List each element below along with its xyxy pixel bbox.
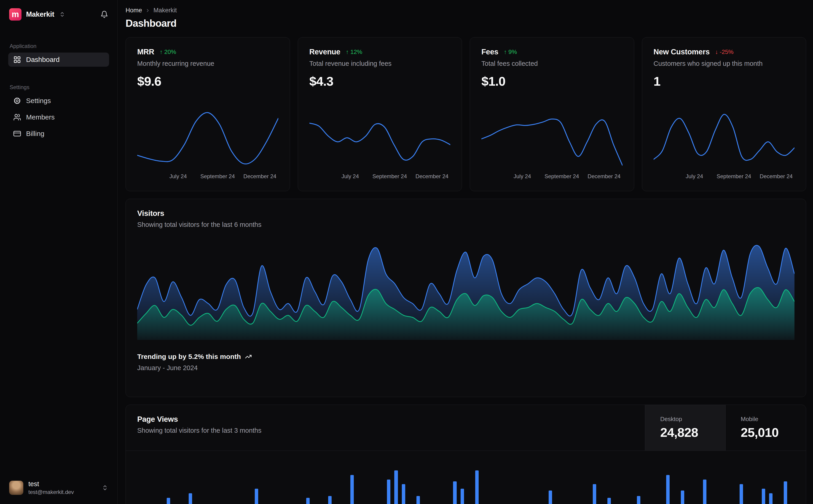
breadcrumb-home[interactable]: Home bbox=[125, 7, 142, 14]
breadcrumb-current: Makerkit bbox=[153, 7, 177, 14]
mrr-sparkline-chart bbox=[137, 108, 278, 170]
x-tick-label: July 24 bbox=[686, 173, 703, 180]
trend-up-icon: ↑ bbox=[346, 48, 349, 56]
user-avatar bbox=[9, 481, 23, 495]
page-views-title: Page Views bbox=[137, 415, 634, 424]
stat-cards-row: MRR ↑ 20% Monthly recurring revenue $9.6… bbox=[125, 37, 806, 191]
x-tick-label: December 24 bbox=[416, 173, 448, 180]
toggle-mobile[interactable]: Mobile 25,010 bbox=[725, 405, 806, 451]
stat-value: $9.6 bbox=[137, 74, 278, 89]
stat-title: MRR bbox=[137, 48, 154, 56]
sidebar-item-members[interactable]: Members bbox=[8, 110, 109, 124]
stat-card-new-customers: New Customers ↓ -25% Customers who signe… bbox=[642, 37, 806, 191]
bar bbox=[189, 493, 192, 504]
fees-sparkline-chart bbox=[481, 108, 623, 170]
x-tick-label: July 24 bbox=[341, 173, 359, 180]
user-menu[interactable]: test test@makerkit.dev bbox=[8, 478, 109, 497]
chevron-right-icon bbox=[145, 8, 150, 13]
toggle-desktop[interactable]: Desktop 24,828 bbox=[645, 405, 725, 451]
visitors-area-chart bbox=[137, 239, 794, 340]
page-views-card: Page Views Showing total visitors for th… bbox=[125, 405, 806, 504]
bar bbox=[784, 481, 787, 504]
sidebar: m Makerkit Application Dashboard Setting… bbox=[0, 0, 117, 504]
bar bbox=[549, 491, 552, 504]
x-tick-label: December 24 bbox=[587, 173, 621, 180]
stat-delta: 9% bbox=[508, 48, 517, 56]
sidebar-item-label: Members bbox=[26, 113, 55, 121]
stat-trend-badge: ↑ 12% bbox=[346, 48, 362, 56]
breadcrumb: Home Makerkit bbox=[125, 7, 806, 14]
bar bbox=[593, 484, 596, 504]
sparkline-x-labels: July 24 September 24 December 24 bbox=[309, 173, 450, 181]
credit-card-icon bbox=[13, 130, 21, 138]
stat-subtitle: Monthly recurring revenue bbox=[137, 60, 278, 67]
bar bbox=[666, 475, 670, 504]
page-title: Dashboard bbox=[125, 18, 806, 29]
stat-delta: -25% bbox=[720, 48, 734, 56]
x-tick-label: December 24 bbox=[760, 173, 793, 180]
stat-value: 1 bbox=[654, 74, 795, 89]
sidebar-item-dashboard[interactable]: Dashboard bbox=[8, 53, 109, 67]
sidebar-item-label: Dashboard bbox=[26, 56, 60, 64]
visitors-trend-text: Trending up by 5.2% this month bbox=[137, 353, 241, 361]
visitors-date-range: January - June 2024 bbox=[137, 364, 794, 372]
page-views-header: Page Views Showing total visitors for th… bbox=[126, 405, 806, 451]
visitors-footer: Trending up by 5.2% this month January -… bbox=[137, 353, 794, 372]
nav-section-label-settings: Settings bbox=[8, 84, 109, 90]
bar bbox=[740, 484, 743, 504]
bar bbox=[769, 493, 773, 504]
user-name: test bbox=[28, 480, 74, 488]
sidebar-item-settings[interactable]: Settings bbox=[8, 94, 109, 108]
page-views-chart-wrap bbox=[126, 470, 806, 504]
bar bbox=[461, 489, 464, 504]
stat-title: New Customers bbox=[654, 48, 710, 56]
visitors-subtitle: Showing total visitors for the last 6 mo… bbox=[137, 221, 794, 228]
logo-letter: m bbox=[12, 10, 19, 19]
x-tick-label: September 24 bbox=[200, 173, 235, 180]
trending-up-icon bbox=[245, 353, 252, 360]
bar bbox=[762, 489, 765, 504]
stat-subtitle: Total fees collected bbox=[481, 60, 623, 67]
page-views-subtitle: Showing total visitors for the last 3 mo… bbox=[137, 427, 634, 434]
trend-up-icon: ↑ bbox=[159, 48, 162, 56]
bar bbox=[453, 481, 456, 504]
new-customers-sparkline-chart bbox=[654, 108, 795, 170]
bar bbox=[607, 498, 611, 504]
bar bbox=[255, 489, 258, 504]
bar bbox=[167, 498, 170, 504]
chevrons-up-down-icon bbox=[59, 11, 65, 17]
x-tick-label: July 24 bbox=[169, 173, 187, 180]
page-views-bar-chart bbox=[137, 470, 794, 504]
stat-delta: 12% bbox=[350, 48, 362, 56]
dashboard-grid-icon bbox=[13, 56, 21, 64]
bar bbox=[402, 484, 405, 504]
workspace-name: Makerkit bbox=[26, 10, 54, 19]
notifications-bell-icon[interactable] bbox=[100, 11, 108, 18]
trend-down-icon: ↓ bbox=[715, 48, 718, 56]
bar bbox=[681, 491, 684, 504]
app-window: m Makerkit Application Dashboard Setting… bbox=[0, 0, 813, 504]
desktop-label: Desktop bbox=[660, 416, 725, 423]
bar bbox=[703, 480, 707, 504]
bar bbox=[306, 498, 310, 504]
main-content: Home Makerkit Dashboard MRR ↑ 20% Monthl… bbox=[118, 0, 813, 504]
makerkit-logo: m bbox=[9, 8, 21, 21]
bar bbox=[387, 480, 390, 504]
sparkline-x-labels: July 24 September 24 December 24 bbox=[654, 173, 795, 181]
workspace-selector[interactable]: m Makerkit bbox=[8, 7, 109, 22]
bar bbox=[350, 475, 354, 504]
stat-value: $4.3 bbox=[309, 74, 450, 89]
stat-card-fees: Fees ↑ 9% Total fees collected $1.0 July… bbox=[470, 37, 634, 191]
nav-section-label-application: Application bbox=[8, 43, 109, 49]
sidebar-item-billing[interactable]: Billing bbox=[8, 127, 109, 141]
sidebar-item-label: Settings bbox=[26, 97, 51, 105]
gear-icon bbox=[13, 97, 21, 105]
bar bbox=[416, 496, 420, 504]
mobile-label: Mobile bbox=[741, 416, 806, 423]
x-tick-label: July 24 bbox=[514, 173, 531, 180]
stat-trend-badge: ↓ -25% bbox=[715, 48, 734, 56]
bar bbox=[637, 496, 640, 504]
stat-trend-badge: ↑ 9% bbox=[504, 48, 517, 56]
sidebar-item-label: Billing bbox=[26, 130, 44, 138]
stat-value: $1.0 bbox=[481, 74, 623, 89]
